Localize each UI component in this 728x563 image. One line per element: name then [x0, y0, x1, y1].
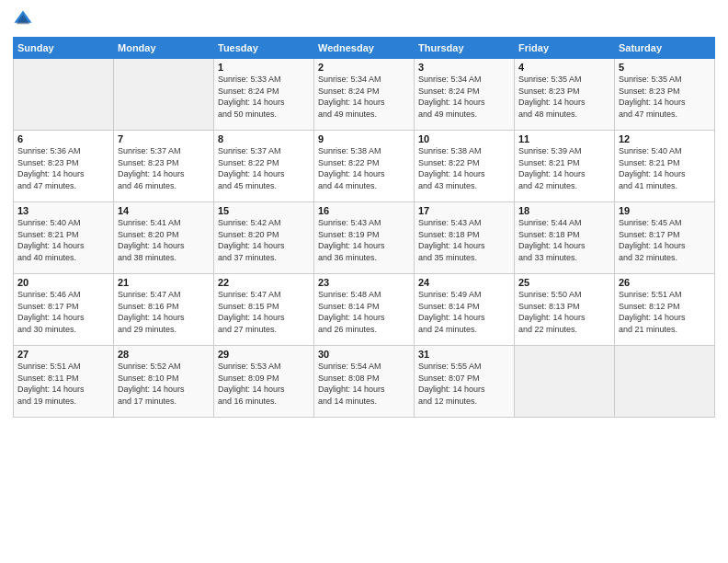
day-info: Sunrise: 5:45 AM Sunset: 8:17 PM Dayligh…	[619, 217, 711, 263]
calendar-cell: 15Sunrise: 5:42 AM Sunset: 8:20 PM Dayli…	[214, 202, 314, 274]
calendar-cell: 29Sunrise: 5:53 AM Sunset: 8:09 PM Dayli…	[214, 346, 314, 418]
calendar-cell	[615, 346, 715, 418]
day-number: 17	[418, 205, 510, 216]
day-number: 4	[518, 62, 610, 73]
calendar-cell: 26Sunrise: 5:51 AM Sunset: 8:12 PM Dayli…	[615, 274, 715, 346]
day-info: Sunrise: 5:38 AM Sunset: 8:22 PM Dayligh…	[318, 145, 410, 191]
calendar-cell: 23Sunrise: 5:48 AM Sunset: 8:14 PM Dayli…	[314, 274, 415, 346]
calendar-cell: 22Sunrise: 5:47 AM Sunset: 8:15 PM Dayli…	[214, 274, 314, 346]
day-info: Sunrise: 5:33 AM Sunset: 8:24 PM Dayligh…	[218, 74, 310, 120]
calendar-cell: 11Sunrise: 5:39 AM Sunset: 8:21 PM Dayli…	[515, 131, 615, 202]
calendar-header-thursday: Thursday	[415, 38, 515, 59]
calendar-cell	[114, 59, 214, 131]
day-number: 1	[218, 62, 310, 73]
calendar-header-friday: Friday	[515, 38, 615, 59]
day-info: Sunrise: 5:37 AM Sunset: 8:22 PM Dayligh…	[218, 145, 310, 191]
day-info: Sunrise: 5:43 AM Sunset: 8:18 PM Dayligh…	[418, 217, 510, 263]
day-info: Sunrise: 5:51 AM Sunset: 8:12 PM Dayligh…	[619, 289, 711, 335]
calendar-cell: 12Sunrise: 5:40 AM Sunset: 8:21 PM Dayli…	[615, 131, 715, 202]
calendar-cell: 9Sunrise: 5:38 AM Sunset: 8:22 PM Daylig…	[314, 131, 415, 202]
calendar-cell: 1Sunrise: 5:33 AM Sunset: 8:24 PM Daylig…	[214, 59, 314, 131]
calendar-header-saturday: Saturday	[615, 38, 715, 59]
day-info: Sunrise: 5:35 AM Sunset: 8:23 PM Dayligh…	[619, 74, 711, 120]
day-info: Sunrise: 5:47 AM Sunset: 8:15 PM Dayligh…	[218, 289, 310, 335]
day-info: Sunrise: 5:39 AM Sunset: 8:21 PM Dayligh…	[518, 145, 610, 191]
day-info: Sunrise: 5:42 AM Sunset: 8:20 PM Dayligh…	[218, 217, 310, 263]
day-number: 16	[318, 205, 410, 216]
calendar-cell: 3Sunrise: 5:34 AM Sunset: 8:24 PM Daylig…	[415, 59, 515, 131]
day-number: 28	[118, 349, 210, 360]
day-number: 23	[318, 277, 410, 288]
page-container: SundayMondayTuesdayWednesdayThursdayFrid…	[0, 0, 728, 563]
day-number: 15	[218, 205, 310, 216]
calendar-header-row: SundayMondayTuesdayWednesdayThursdayFrid…	[14, 38, 715, 59]
day-number: 11	[518, 133, 610, 144]
logo-icon	[13, 9, 33, 29]
day-info: Sunrise: 5:43 AM Sunset: 8:19 PM Dayligh…	[318, 217, 410, 263]
day-info: Sunrise: 5:49 AM Sunset: 8:14 PM Dayligh…	[418, 289, 510, 335]
day-number: 25	[518, 277, 610, 288]
day-info: Sunrise: 5:34 AM Sunset: 8:24 PM Dayligh…	[418, 74, 510, 120]
calendar-week-5: 27Sunrise: 5:51 AM Sunset: 8:11 PM Dayli…	[14, 346, 715, 418]
day-number: 6	[17, 133, 109, 144]
calendar-cell: 14Sunrise: 5:41 AM Sunset: 8:20 PM Dayli…	[114, 202, 214, 274]
calendar-cell: 19Sunrise: 5:45 AM Sunset: 8:17 PM Dayli…	[615, 202, 715, 274]
day-info: Sunrise: 5:40 AM Sunset: 8:21 PM Dayligh…	[17, 217, 109, 263]
calendar-week-1: 1Sunrise: 5:33 AM Sunset: 8:24 PM Daylig…	[14, 59, 715, 131]
day-number: 8	[218, 133, 310, 144]
calendar-cell	[14, 59, 114, 131]
calendar-cell: 27Sunrise: 5:51 AM Sunset: 8:11 PM Dayli…	[14, 346, 114, 418]
day-number: 13	[17, 205, 109, 216]
day-number: 29	[218, 349, 310, 360]
calendar-cell: 2Sunrise: 5:34 AM Sunset: 8:24 PM Daylig…	[314, 59, 415, 131]
day-info: Sunrise: 5:38 AM Sunset: 8:22 PM Dayligh…	[418, 145, 510, 191]
day-info: Sunrise: 5:48 AM Sunset: 8:14 PM Dayligh…	[318, 289, 410, 335]
calendar-cell: 10Sunrise: 5:38 AM Sunset: 8:22 PM Dayli…	[415, 131, 515, 202]
day-number: 27	[17, 349, 109, 360]
day-number: 9	[318, 133, 410, 144]
day-info: Sunrise: 5:54 AM Sunset: 8:08 PM Dayligh…	[318, 361, 410, 407]
day-number: 12	[619, 133, 711, 144]
day-number: 7	[118, 133, 210, 144]
day-number: 14	[118, 205, 210, 216]
day-number: 24	[418, 277, 510, 288]
calendar-header-monday: Monday	[114, 38, 214, 59]
day-info: Sunrise: 5:52 AM Sunset: 8:10 PM Dayligh…	[118, 361, 210, 407]
day-info: Sunrise: 5:35 AM Sunset: 8:23 PM Dayligh…	[518, 74, 610, 120]
day-number: 2	[318, 62, 410, 73]
day-number: 22	[218, 277, 310, 288]
day-number: 31	[418, 349, 510, 360]
day-number: 19	[619, 205, 711, 216]
day-number: 5	[619, 62, 711, 73]
logo	[13, 9, 35, 29]
day-info: Sunrise: 5:53 AM Sunset: 8:09 PM Dayligh…	[218, 361, 310, 407]
day-info: Sunrise: 5:40 AM Sunset: 8:21 PM Dayligh…	[619, 145, 711, 191]
calendar-cell: 4Sunrise: 5:35 AM Sunset: 8:23 PM Daylig…	[515, 59, 615, 131]
day-info: Sunrise: 5:44 AM Sunset: 8:18 PM Dayligh…	[518, 217, 610, 263]
calendar-cell: 8Sunrise: 5:37 AM Sunset: 8:22 PM Daylig…	[214, 131, 314, 202]
day-number: 3	[418, 62, 510, 73]
day-info: Sunrise: 5:51 AM Sunset: 8:11 PM Dayligh…	[17, 361, 109, 407]
calendar-cell: 17Sunrise: 5:43 AM Sunset: 8:18 PM Dayli…	[415, 202, 515, 274]
day-info: Sunrise: 5:47 AM Sunset: 8:16 PM Dayligh…	[118, 289, 210, 335]
calendar-header-sunday: Sunday	[14, 38, 114, 59]
calendar-cell: 30Sunrise: 5:54 AM Sunset: 8:08 PM Dayli…	[314, 346, 415, 418]
calendar-header-wednesday: Wednesday	[314, 38, 415, 59]
calendar-week-4: 20Sunrise: 5:46 AM Sunset: 8:17 PM Dayli…	[14, 274, 715, 346]
calendar-cell: 7Sunrise: 5:37 AM Sunset: 8:23 PM Daylig…	[114, 131, 214, 202]
day-number: 30	[318, 349, 410, 360]
calendar-week-2: 6Sunrise: 5:36 AM Sunset: 8:23 PM Daylig…	[14, 131, 715, 202]
header	[13, 9, 715, 29]
day-info: Sunrise: 5:36 AM Sunset: 8:23 PM Dayligh…	[17, 145, 109, 191]
calendar-cell	[515, 346, 615, 418]
day-info: Sunrise: 5:50 AM Sunset: 8:13 PM Dayligh…	[518, 289, 610, 335]
day-info: Sunrise: 5:37 AM Sunset: 8:23 PM Dayligh…	[118, 145, 210, 191]
calendar-cell: 16Sunrise: 5:43 AM Sunset: 8:19 PM Dayli…	[314, 202, 415, 274]
day-info: Sunrise: 5:41 AM Sunset: 8:20 PM Dayligh…	[118, 217, 210, 263]
calendar-cell: 28Sunrise: 5:52 AM Sunset: 8:10 PM Dayli…	[114, 346, 214, 418]
day-info: Sunrise: 5:46 AM Sunset: 8:17 PM Dayligh…	[17, 289, 109, 335]
day-number: 18	[518, 205, 610, 216]
calendar-cell: 6Sunrise: 5:36 AM Sunset: 8:23 PM Daylig…	[14, 131, 114, 202]
calendar-cell: 20Sunrise: 5:46 AM Sunset: 8:17 PM Dayli…	[14, 274, 114, 346]
calendar-cell: 5Sunrise: 5:35 AM Sunset: 8:23 PM Daylig…	[615, 59, 715, 131]
